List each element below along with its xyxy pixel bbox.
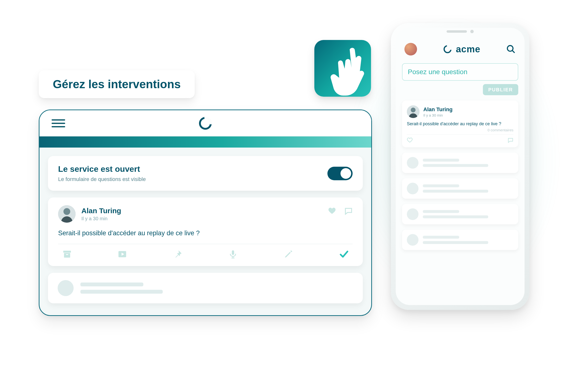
- archive-icon[interactable]: [62, 249, 72, 259]
- heart-icon[interactable]: [328, 207, 336, 216]
- brand-name: acme: [456, 44, 480, 55]
- feed-skeleton: [402, 178, 518, 199]
- tablet-topbar: [39, 110, 371, 136]
- question-text: Serait-il possible d'accéder au replay d…: [58, 229, 353, 237]
- feed-skeleton: [402, 153, 518, 173]
- brand: acme: [443, 44, 480, 55]
- check-icon[interactable]: [339, 249, 348, 259]
- author-name: Alan Turing: [81, 207, 121, 215]
- status-title: Le service est ouvert: [58, 164, 146, 174]
- feed-skeleton: [402, 230, 518, 250]
- feed-comments-count: 0 commentaires: [407, 128, 513, 132]
- phone-sensors: [447, 30, 474, 33]
- svg-rect-3: [63, 251, 71, 253]
- status-subtitle: Le formulaire de questions est visible: [58, 176, 146, 182]
- post-time: Il y a 30 min: [81, 216, 121, 222]
- question-card: Alan Turing Il y a 30 min Serait-il poss…: [48, 198, 363, 266]
- accent-gradient-bar: [39, 136, 371, 148]
- comment-icon[interactable]: [344, 207, 353, 216]
- tablet-mock: Le service est ouvert Le formulaire de q…: [39, 109, 372, 316]
- mic-icon[interactable]: [228, 249, 238, 259]
- svg-point-2: [63, 208, 70, 215]
- author-avatar: [58, 205, 76, 223]
- feed-item[interactable]: Alan Turing Il y a 30 min Serait-il poss…: [402, 101, 518, 147]
- ask-question-input[interactable]: Posez une question: [402, 63, 518, 81]
- publish-button[interactable]: PUBLIER: [483, 84, 518, 95]
- feed-skeleton: [402, 204, 518, 224]
- placeholder-card: [48, 273, 363, 303]
- play-icon[interactable]: [118, 249, 127, 259]
- brand-logo-icon: [198, 116, 213, 130]
- brand-logo-icon: [443, 44, 452, 54]
- feed-author-name: Alan Turing: [423, 106, 453, 113]
- service-status-card: Le service est ouvert Le formulaire de q…: [48, 156, 363, 191]
- placeholder-avatar: [58, 280, 74, 296]
- ask-question-placeholder: Posez une question: [408, 68, 467, 76]
- svg-point-11: [411, 107, 415, 112]
- phone-mock: acme Posez une question PUBLIER Al: [391, 23, 529, 310]
- svg-rect-7: [232, 250, 234, 255]
- heart-icon[interactable]: [407, 137, 413, 144]
- pin-icon[interactable]: [173, 249, 182, 259]
- feed-author-avatar: [407, 106, 419, 118]
- raised-hand-icon: [327, 47, 371, 97]
- feed-item-text: Serait-il possible d'accéder au replay d…: [407, 121, 513, 127]
- user-avatar[interactable]: [404, 43, 417, 56]
- edit-icon[interactable]: [284, 249, 293, 259]
- comment-icon[interactable]: [507, 137, 513, 144]
- raised-hand-tile: [314, 40, 371, 97]
- search-icon[interactable]: [506, 44, 516, 54]
- svg-point-9: [507, 46, 513, 51]
- feed-post-time: Il y a 30 min: [423, 113, 453, 117]
- service-toggle[interactable]: [327, 167, 353, 180]
- placeholder-lines: [81, 283, 163, 294]
- svg-rect-4: [64, 253, 70, 258]
- svg-rect-5: [66, 254, 68, 255]
- hamburger-icon[interactable]: [52, 117, 65, 130]
- page-heading: Gérez les interventions: [39, 70, 195, 98]
